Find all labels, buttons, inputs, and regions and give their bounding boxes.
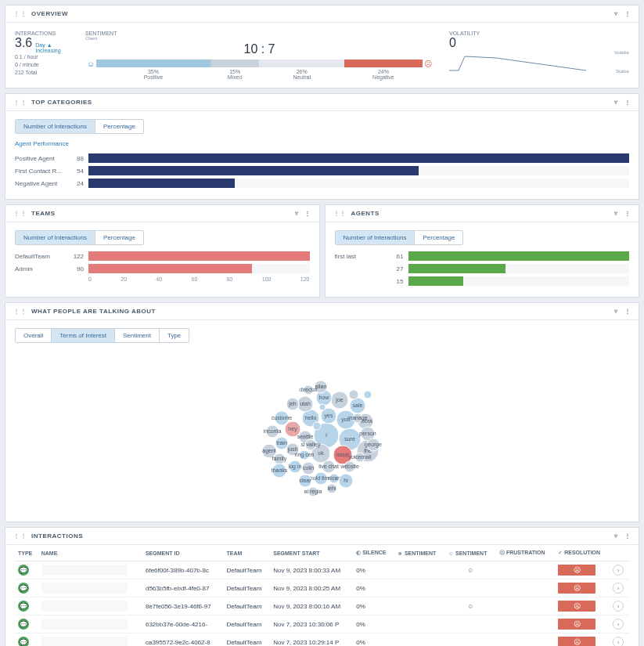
filter-icon[interactable]: ▿ [295,210,299,217]
bubble[interactable] [349,390,358,399]
drag-handle-icon[interactable]: ⋮⋮ [13,99,27,106]
svg-text:jeh: jeh [288,401,296,407]
teams-panel: ⋮⋮ TEAMS ▿ ⋮ Number of InteractionsPerce… [5,204,320,298]
col-header[interactable]: ◐SILENCE [353,545,394,561]
svg-text:clear: clear [299,478,311,483]
col-header[interactable]: SEGMENT ID [142,545,224,561]
table-row[interactable]: 💬ca395572-9e2c-4062-8DefaultTeamNov 7, 2… [15,633,629,647]
col-header[interactable]: ✓RESOLUTION [555,545,610,561]
svg-text:ring cen: ring cen [294,452,314,458]
bar-row[interactable]: 15 [335,276,630,286]
filter-icon[interactable]: ▿ [614,10,618,17]
topcat-tabs: Number of InteractionsPercentage [15,119,144,134]
more-icon[interactable]: ⋮ [624,210,631,217]
col-header[interactable]: TEAM [223,545,270,561]
bar-row[interactable]: Negative Agent24 [15,179,629,188]
chat-icon: 💬 [18,583,29,594]
bar-row[interactable]: First Contact R...54 [15,166,629,175]
table-row[interactable]: 💬632bb37e-00de-4216-DefaultTeamNov 7, 20… [15,615,629,633]
tab[interactable]: Percentage [95,120,143,133]
row-action-icon[interactable]: › [613,637,624,646]
tab[interactable]: Number of Interactions [336,231,416,244]
agent-performance-link[interactable]: Agent Performance [15,140,629,147]
svg-text:colin: colin [302,465,314,471]
sentiment-segment [259,60,344,67]
more-icon[interactable]: ⋮ [624,99,631,106]
svg-text:inconta: inconta [263,428,281,434]
col-header[interactable]: NAME [38,545,142,561]
bubble-chart[interactable]: isuretheissueokyouhelloyesjoehowutahalla… [228,357,416,506]
svg-text:ok: ok [318,450,324,456]
more-icon[interactable]: ⋮ [624,308,631,315]
col-header[interactable]: ☹FRUSTRATION [496,545,555,561]
col-header[interactable]: ☻SENTIMENT [394,545,445,561]
row-action-icon[interactable]: › [613,565,624,576]
top-categories-panel: ⋮⋮ TOP CATEGORIES ▿ ⋮ Number of Interact… [5,93,639,200]
col-header[interactable]: ☺SENTIMENT [445,545,496,561]
col-header[interactable]: TYPE [15,545,38,561]
filter-icon[interactable]: ▿ [614,210,618,217]
table-row[interactable]: 💬8e7fe056-3e19-46f6-97DefaultTeamNov 9, … [15,597,629,615]
row-action-icon[interactable]: › [613,619,624,630]
table-row[interactable]: 💬6fe6f00f-389b-407b-8cDefaultTeamNov 9, … [15,561,629,579]
chat-icon: 💬 [18,619,29,630]
table-row[interactable]: 💬d563b5fb-ebdf-4fe0-87DefaultTeamNov 9, … [15,579,629,597]
tab[interactable]: Type [160,329,189,342]
tab[interactable]: Terms of Interest [52,329,115,342]
filter-icon[interactable]: ▿ [614,99,618,106]
svg-text:hi: hi [344,478,348,483]
tab[interactable]: Overall [16,329,52,342]
more-icon[interactable]: ⋮ [304,210,311,217]
tab[interactable]: Number of Interactions [16,231,95,244]
more-icon[interactable]: ⋮ [624,532,631,540]
tab[interactable]: Percentage [95,231,143,244]
chat-icon: 💬 [18,565,29,576]
svg-text:live chat: live chat [318,464,339,469]
bubble[interactable] [319,404,326,410]
chat-icon: 💬 [18,637,29,646]
happy-face-icon: ☺ [85,60,96,68]
tab[interactable]: Sentiment [115,329,160,342]
svg-text:issue: issue [336,452,348,457]
more-icon[interactable]: ⋮ [624,10,631,17]
svg-text:how: how [318,395,329,400]
drag-handle-icon[interactable]: ⋮⋮ [13,532,27,540]
drag-handle-icon[interactable]: ⋮⋮ [13,308,27,315]
row-action-icon[interactable]: › [613,583,624,594]
sad-face-icon: ☹ [423,60,434,68]
drag-handle-icon[interactable]: ⋮⋮ [13,210,27,217]
tab[interactable]: Percentage [415,231,462,244]
bar-row[interactable]: Positive Agent88 [15,153,629,163]
filter-icon[interactable]: ▿ [614,308,618,315]
panel-title: OVERVIEW [31,10,608,17]
col-header[interactable]: SEGMENT START [270,545,353,561]
bar-row[interactable]: first last61 [335,251,630,261]
interactions-table: TYPENAMESEGMENT IDTEAMSEGMENT START◐SILE… [15,545,629,646]
svg-text:manage: manage [347,415,367,421]
bar-row[interactable]: 27 [335,264,630,273]
volatility-metric: VOLATILITY 0 Volatile Stable [449,31,629,74]
tab[interactable]: Number of Interactions [16,120,95,133]
svg-text:al regia: al regia [304,489,322,495]
bubble[interactable] [364,391,372,399]
sentiment-metric: SENTIMENT Client 10 : 7 ☺ ☹ 35%Positive1… [85,31,434,80]
svg-text:director: director [299,387,318,392]
sentiment-bar: ☺ ☹ [85,60,434,67]
bubble[interactable] [313,422,321,430]
sentiment-score: 10 : 7 [85,42,434,56]
drag-handle-icon[interactable]: ⋮⋮ [333,210,347,217]
svg-text:yes: yes [324,413,333,419]
svg-text:website: website [340,464,359,469]
col-header[interactable] [610,545,629,561]
filter-icon[interactable]: ▿ [614,532,618,540]
chat-icon: 💬 [18,601,29,612]
bar-row[interactable]: DefaultTeam122 [15,251,310,261]
svg-text:thanks: thanks [271,467,287,473]
talking-tabs: OverallTerms of InterestSentimentType [15,328,189,343]
svg-text:voicemail: voicemail [348,454,372,460]
svg-text:lehi: lehi [327,485,336,491]
row-action-icon[interactable]: › [613,601,624,612]
bar-row[interactable]: Admin90 [15,264,310,273]
drag-handle-icon[interactable]: ⋮⋮ [13,10,27,17]
svg-text:seattle: seattle [297,434,313,439]
